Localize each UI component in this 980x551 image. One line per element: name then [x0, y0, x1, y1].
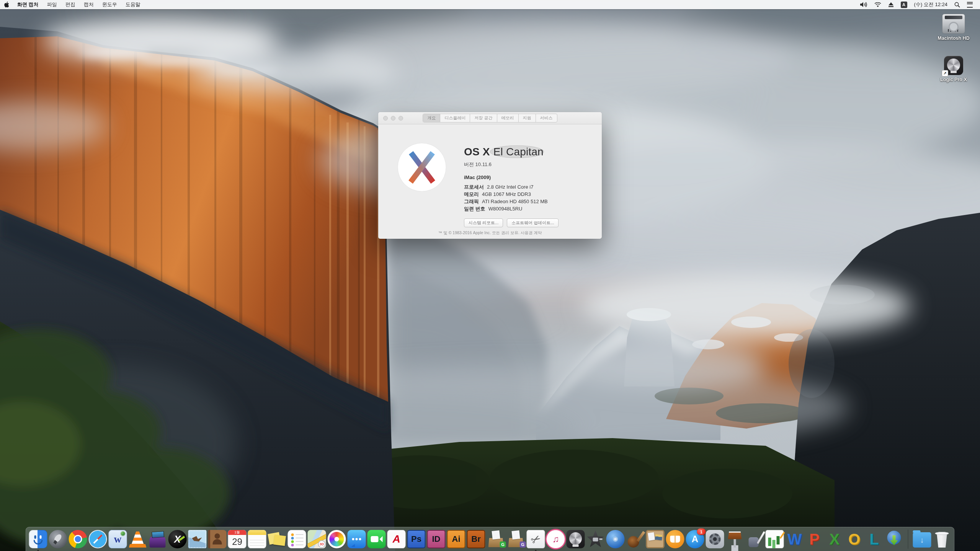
- dock-app-store-icon[interactable]: A1: [686, 530, 704, 548]
- zoom-button[interactable]: [399, 116, 403, 121]
- scissors-icon: ✂: [523, 527, 549, 551]
- dock-contacts-icon[interactable]: [208, 530, 227, 548]
- menu-item-캡처[interactable]: 캡처: [80, 0, 98, 9]
- desktop-icon-label: Macintosh HD: [933, 36, 975, 41]
- eject-icon[interactable]: [885, 0, 897, 9]
- tab-서비스[interactable]: 서비스: [536, 114, 557, 122]
- spotlight-icon[interactable]: [951, 0, 964, 9]
- dock-system-preferences-icon[interactable]: [706, 530, 724, 548]
- about-this-mac-window[interactable]: 개요디스플레이저장 공간메모리지원서비스 OS X El: [378, 112, 602, 239]
- x-app-glyph: X: [168, 530, 187, 548]
- spec-label: 그래픽: [464, 199, 479, 204]
- dock-mail-icon[interactable]: [188, 530, 207, 548]
- dock-archiver-expand-icon[interactable]: G: [507, 530, 525, 548]
- spec-row: 일련 번호W800948L5RU: [464, 205, 548, 212]
- dock-launchpad-icon[interactable]: [49, 530, 67, 548]
- dock-x-app-icon[interactable]: X: [168, 530, 187, 548]
- dock-w-globe-browser-icon[interactable]: w: [109, 530, 127, 548]
- dock-finder-icon[interactable]: [29, 530, 47, 548]
- dock-acrobat-icon[interactable]: A: [387, 530, 406, 548]
- input-source-icon: A: [901, 2, 907, 8]
- dock-ms-lync-icon[interactable]: L: [865, 530, 884, 548]
- close-button[interactable]: [383, 116, 388, 121]
- about-tabs: 개요디스플레이저장 공간메모리지원서비스: [423, 114, 557, 122]
- dock-vlc-icon[interactable]: [129, 530, 147, 548]
- dock-ms-word-icon[interactable]: W: [786, 530, 804, 548]
- dock-toast-titanium-icon[interactable]: [149, 530, 167, 548]
- ms-outlook-glyph: O: [845, 530, 864, 548]
- ms-word-glyph: W: [786, 530, 804, 548]
- about-buttons: 시스템 리포트...소프트웨어 업데이트...: [464, 218, 559, 227]
- dock-downloads-folder-icon[interactable]: ↓: [913, 532, 931, 548]
- w-globe-browser-glyph: w: [109, 530, 127, 548]
- menu-item-윈도우[interactable]: 윈도우: [98, 0, 121, 9]
- dock-archiver-compress-icon[interactable]: G: [487, 530, 505, 548]
- dock-stickies-icon[interactable]: [268, 530, 286, 548]
- dock-photoshop-icon[interactable]: Ps: [407, 530, 426, 548]
- software-update-button[interactable]: 소프트웨어 업데이트...: [507, 218, 559, 227]
- dock-reminders-icon[interactable]: [288, 530, 306, 548]
- window-titlebar[interactable]: 개요디스플레이저장 공간메모리지원서비스: [378, 112, 602, 124]
- wifi-icon[interactable]: [871, 0, 885, 9]
- dock-notes-icon[interactable]: [248, 530, 266, 548]
- hard-drive-icon: [942, 14, 965, 34]
- tab-메모리[interactable]: 메모리: [497, 114, 519, 122]
- spec-value: ATI Radeon HD 4850 512 MB: [482, 199, 548, 204]
- dock-idvd-icon[interactable]: [606, 530, 625, 548]
- input-source-menu[interactable]: A: [897, 0, 911, 9]
- tab-저장 공간[interactable]: 저장 공간: [470, 114, 497, 122]
- menu-item-파일[interactable]: 파일: [43, 0, 61, 9]
- tab-지원[interactable]: 지원: [519, 114, 536, 122]
- spec-row: 메모리4GB 1067 MHz DDR3: [464, 191, 548, 198]
- dock-ms-outlook-icon[interactable]: O: [845, 530, 864, 548]
- spec-value: 4GB 1067 MHz DDR3: [482, 191, 531, 197]
- dock-numbers-icon[interactable]: [766, 530, 784, 548]
- copyright-footer: ™ 및 © 1983-2016 Apple Inc. 모든 권리 보유. 사용권…: [378, 230, 602, 236]
- desktop-icon-macintosh-hd[interactable]: Macintosh HD: [933, 14, 975, 41]
- apple-menu[interactable]: [0, 0, 13, 9]
- ms-excel-glyph: X: [825, 530, 844, 548]
- dock-indesign-icon[interactable]: ID: [427, 530, 446, 548]
- volume-icon[interactable]: [857, 0, 871, 9]
- system-report-button[interactable]: 시스템 리포트...: [464, 218, 503, 227]
- dock-pages-icon[interactable]: [746, 530, 764, 548]
- dock-corkboard-collage-app-icon[interactable]: [646, 530, 665, 548]
- dock-photos-icon[interactable]: [328, 530, 346, 548]
- os-x-logo: [397, 142, 447, 192]
- dock-chrome-icon[interactable]: [69, 530, 87, 548]
- dock-safari-icon[interactable]: [89, 530, 107, 548]
- about-overview-pane: OS X El Capitan 버전 10.11.6 iMac (2009) 프…: [378, 124, 602, 239]
- dock-grab-screen-capture-icon[interactable]: ✂: [527, 530, 545, 548]
- menu-item-도움말[interactable]: 도움말: [121, 0, 145, 9]
- minimize-button[interactable]: [391, 116, 395, 121]
- dock-imovie-icon[interactable]: [586, 530, 605, 548]
- dock-web-downloader-icon[interactable]: [885, 530, 903, 548]
- maps-glyph: 3D: [318, 540, 326, 548]
- notification-center-icon[interactable]: [964, 0, 976, 9]
- dock-garageband-icon[interactable]: [626, 530, 645, 548]
- dock-illustrator-icon[interactable]: Ai: [447, 530, 466, 548]
- menu-item-편집[interactable]: 편집: [61, 0, 80, 9]
- clock[interactable]: (수) 오전 12:24: [911, 0, 951, 9]
- tab-디스플레이[interactable]: 디스플레이: [440, 114, 470, 122]
- dock-ms-powerpoint-icon[interactable]: P: [805, 530, 824, 548]
- dock-ibooks-icon[interactable]: [666, 530, 684, 548]
- dock-maps-icon[interactable]: 3D: [308, 530, 326, 548]
- dock-logic-pro-x-icon[interactable]: [567, 530, 585, 548]
- desktop-icon-logic-pro-x-alias[interactable]: ↗Logic Pro X: [933, 56, 975, 82]
- dock-calendar-icon[interactable]: 1월29: [228, 530, 247, 548]
- dock-keynote-icon[interactable]: [726, 530, 744, 548]
- dock-itunes-icon[interactable]: ♫: [547, 530, 565, 548]
- dock-facetime-icon[interactable]: [368, 530, 386, 548]
- corner-badge: G: [500, 541, 506, 548]
- photoshop-glyph: Ps: [407, 530, 426, 548]
- dock-messages-icon[interactable]: [348, 530, 366, 548]
- tab-개요[interactable]: 개요: [423, 114, 440, 122]
- dock-bridge-icon[interactable]: Br: [467, 530, 485, 548]
- bridge-glyph: Br: [467, 530, 485, 548]
- menu-item-app[interactable]: 화면 캡처: [13, 0, 43, 9]
- music-note-icon: ♫: [547, 530, 565, 548]
- dock-ms-excel-icon[interactable]: X: [825, 530, 844, 548]
- spec-value: 2.8 GHz Intel Core i7: [487, 184, 533, 190]
- dock-trash-icon[interactable]: [933, 530, 951, 548]
